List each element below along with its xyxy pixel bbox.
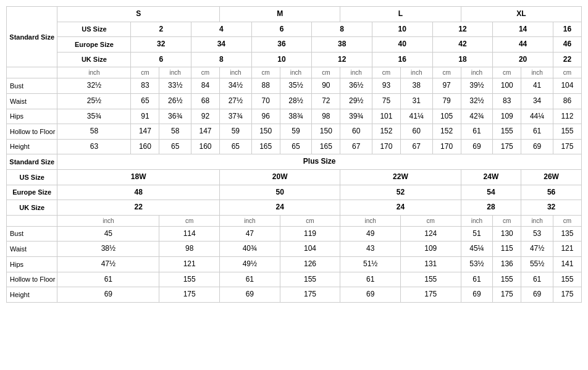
hollow-5-cm: 152 [372,124,400,140]
us-12: 12 [432,22,493,37]
plus-height-2-inch: 69 [220,287,280,303]
us-size-label: US Size [57,22,131,37]
waist-5-inch: 29½ [340,93,372,109]
plus-eu-56: 56 [521,185,582,200]
s-size-header: S [57,7,220,22]
waist-2-inch: 26½ [159,93,191,109]
plus-hips-3-cm: 131 [400,256,461,272]
plus-height-1-inch: 69 [57,287,159,303]
eu-size-label: Europe Size [57,37,131,53]
plus-hips-row: Hips 47½ 121 49½ 126 51½ 131 53½ 136 55½… [7,256,582,272]
height-7-cm: 175 [493,139,521,154]
standard-size-label: Standard Size [7,7,57,67]
plus-bust-3-inch: 49 [340,226,401,242]
std-cm-1: cm [131,67,159,78]
plus-hollow-5-inch: 61 [521,272,553,287]
eu-32: 32 [131,37,191,53]
plus-bust-5-inch: 53 [521,226,553,242]
plus-waist-1-cm: 98 [159,242,220,257]
plus-bust-1-cm: 114 [159,226,220,242]
bust-3-inch: 34½ [220,78,252,94]
height-7-inch: 69 [461,139,493,154]
xl-size-header: XL [461,7,581,22]
hollow-8-cm: 155 [553,124,581,140]
plus-hollow-5-cm: 155 [553,272,581,287]
bust-7-cm: 100 [493,78,521,94]
eu-46: 46 [553,37,581,53]
std-cm-8: cm [553,67,581,78]
plus-bust-2-cm: 119 [280,226,340,242]
plus-height-5-cm: 175 [553,287,581,303]
eu-34: 34 [191,37,252,53]
plus-uk-label: UK Size [7,200,57,216]
plus-waist-row: Waist 38½ 98 40¾ 104 43 109 45¼ 115 47½ … [7,242,582,257]
hips-2-inch: 36¾ [159,109,191,124]
std-cm-6: cm [432,67,461,78]
height-3-inch: 65 [220,139,252,154]
uk-size-label: UK Size [57,52,131,67]
plus-us-26w: 26W [521,169,582,185]
hollow-4-cm: 150 [312,124,340,140]
plus-hollow-3-cm: 155 [400,272,461,287]
std-cm-4: cm [312,67,340,78]
plus-hollow-2-inch: 61 [220,272,280,287]
eu-40: 40 [372,37,432,53]
waist-8-cm: 86 [553,93,581,109]
plus-hollow-4-inch: 61 [461,272,493,287]
bust-2-inch: 33½ [159,78,191,94]
bust-5-inch: 36½ [340,78,372,94]
plus-hips-2-inch: 49½ [220,256,280,272]
plus-hips-4-inch: 53½ [461,256,493,272]
hollow-8-inch: 61 [521,124,553,140]
plus-inch-2: inch [220,215,280,226]
std-height-row: Height 63 160 65 160 65 165 65 165 67 17… [7,139,582,154]
plus-waist-3-inch: 43 [340,242,401,257]
plus-bust-5-cm: 135 [553,226,581,242]
plus-bust-row: Bust 45 114 47 119 49 124 51 130 53 135 [7,226,582,242]
hollow-4-inch: 59 [280,124,312,140]
plus-eu-label: Europe Size [7,185,57,200]
uk-20: 20 [493,52,553,67]
plus-uk-22: 22 [57,200,220,216]
waist-7-cm: 83 [493,93,521,109]
us-size-row: US Size 2 4 6 8 10 12 14 16 [7,22,582,37]
bust-6-inch: 38 [400,78,432,94]
std-hollow-row: Hollow to Floor 58 147 58 147 59 150 59 … [7,124,582,140]
plus-hollow-label: Hollow to Floor [7,272,57,287]
bust-1-inch: 32½ [57,78,131,94]
plus-std-label: Standard Size [7,154,57,170]
plus-uk-row: UK Size 22 24 24 28 32 [7,200,582,216]
std-inch-4: inch [280,67,312,78]
std-waist-row: Waist 25½ 65 26½ 68 27½ 70 28½ 72 29½ 75… [7,93,582,109]
plus-waist-5-cm: 121 [553,242,581,257]
plus-hollow-3-inch: 61 [340,272,401,287]
std-inch-7: inch [461,67,493,78]
bust-7-inch: 39½ [461,78,493,94]
plus-eu-row: Europe Size 48 50 52 54 56 [7,185,582,200]
hips-7-cm: 109 [493,109,521,124]
height-4-cm: 165 [312,139,340,154]
height-1-cm: 160 [131,139,159,154]
waist-2-cm: 68 [191,93,220,109]
plus-bust-1-inch: 45 [57,226,159,242]
plus-cm-5: cm [553,215,581,226]
height-3-cm: 165 [251,139,280,154]
plus-waist-4-cm: 115 [493,242,521,257]
waist-3-inch: 27½ [220,93,252,109]
std-hips-row: Hips 35¾ 91 36¾ 92 37¾ 96 38¾ 98 39¾ 101… [7,109,582,124]
bust-8-cm: 104 [553,78,581,94]
uk-size-row: UK Size 6 8 10 12 16 18 20 22 [7,52,582,67]
plus-hollow-1-cm: 155 [159,272,220,287]
std-cm-5: cm [372,67,400,78]
plus-bust-4-cm: 130 [493,226,521,242]
eu-size-row: Europe Size 32 34 36 38 40 42 44 46 [7,37,582,53]
plus-size-label: Plus Size [57,154,582,170]
plus-bust-label: Bust [7,226,57,242]
us-14: 14 [493,22,553,37]
waist-5-cm: 75 [372,93,400,109]
plus-hips-5-inch: 55½ [521,256,553,272]
std-inch-1: inch [57,67,131,78]
us-2: 2 [131,22,191,37]
height-8-cm: 175 [553,139,581,154]
std-inch-2: inch [159,67,191,78]
